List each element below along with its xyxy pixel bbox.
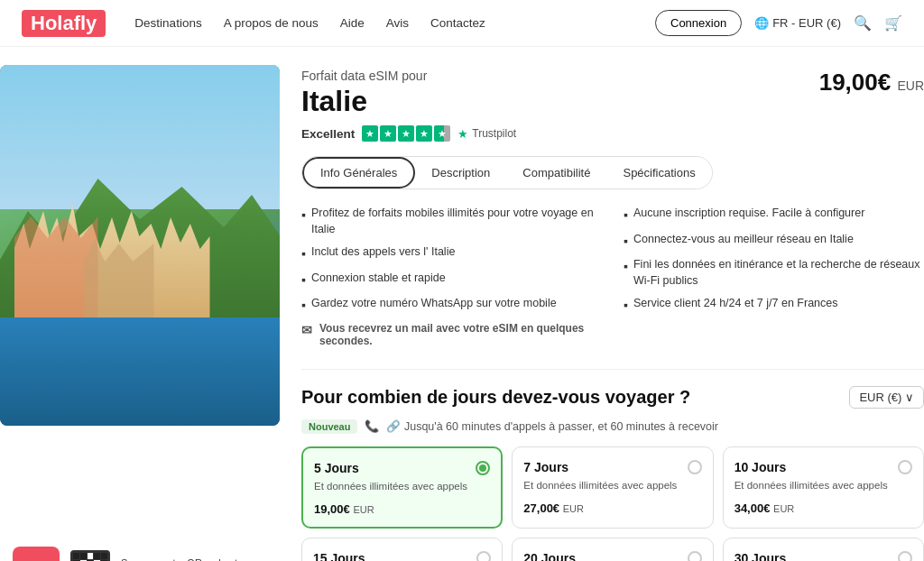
nav-right: Connexion 🌐 FR - EUR (€) 🔍 🛒 bbox=[655, 10, 902, 36]
bullet-icon-r0: ▪ bbox=[624, 207, 628, 225]
star-1: ★ bbox=[362, 125, 378, 142]
tab-info-generales[interactable]: Info Générales bbox=[302, 157, 415, 189]
product-title: Italie bbox=[301, 85, 427, 118]
feature-text-r3: Service client 24 h/24 et 7 j/7 en Franc… bbox=[633, 296, 838, 312]
duration-card-3[interactable]: 15 Jours Et données illimitées avec appe… bbox=[301, 538, 503, 561]
new-badge: Nouveau bbox=[301, 419, 357, 434]
tab-compatibilite[interactable]: Compatibilité bbox=[506, 157, 606, 189]
nav-link-avis[interactable]: Avis bbox=[386, 16, 409, 30]
bullet-icon-0: ▪ bbox=[301, 207, 306, 225]
duration-days-3: 15 Jours bbox=[313, 551, 365, 561]
feature-text-1: Inclut des appels vers l' Italie bbox=[311, 244, 455, 261]
nav-link-contactez[interactable]: Contactez bbox=[430, 16, 485, 30]
duration-price-value-0: 19,00€ bbox=[314, 502, 350, 516]
feature-right-3: ▪ Service client 24 h/24 et 7 j/7 en Fra… bbox=[624, 296, 924, 315]
product-info: Forfait data eSIM pour Italie 19,00€ EUR… bbox=[301, 65, 924, 561]
duration-desc-0: Et données illimitées avec appels bbox=[314, 479, 490, 493]
nav-logo[interactable]: Holafly bbox=[22, 10, 106, 37]
product-subtitle: Forfait data eSIM pour bbox=[301, 69, 427, 83]
feature-left-0: ▪ Profitez de forfaits mobiles illimités… bbox=[301, 206, 602, 237]
search-icon[interactable]: 🔍 bbox=[854, 14, 872, 32]
trustpilot-logo: ★ Trustpilot bbox=[457, 127, 516, 141]
nav-link-destinations[interactable]: Destinations bbox=[134, 16, 201, 30]
duration-price-1: 27,00€ EUR bbox=[523, 501, 701, 515]
sky-layer bbox=[0, 65, 280, 209]
bullet-icon-2: ▪ bbox=[301, 271, 306, 290]
esim-logo: H bbox=[13, 547, 60, 561]
duration-radio-1 bbox=[688, 460, 702, 474]
navbar: Holafly Destinations A propos de nous Ai… bbox=[0, 0, 924, 47]
duration-card-1[interactable]: 7 Jours Et données illimitées avec appel… bbox=[512, 446, 713, 529]
duration-price-currency-2: EUR bbox=[773, 503, 794, 514]
duration-card-5-header: 30 Jours bbox=[735, 551, 912, 561]
feature-left-2: ▪ Connexion stable et rapide bbox=[301, 271, 602, 290]
duration-card-4[interactable]: 20 Jours Et données illimitées avec appe… bbox=[512, 538, 713, 561]
duration-section: Pour combien de jours devez-vous voyager… bbox=[301, 369, 924, 561]
duration-card-0[interactable]: 5 Jours Et données illimitées avec appel… bbox=[301, 446, 503, 529]
duration-header: Pour combien de jours devez-vous voyager… bbox=[301, 386, 924, 409]
title-block: Forfait data eSIM pour Italie bbox=[301, 69, 427, 125]
star-4: ★ bbox=[416, 125, 432, 142]
duration-card-2-header: 10 Jours bbox=[735, 460, 912, 474]
call-notice-text: 🔗 Jusqu'à 60 minutes d'appels à passer, … bbox=[386, 419, 718, 433]
esim-card-text: Scannez votre QR code et connectez-vous … bbox=[121, 556, 267, 561]
phone-icon: 📞 bbox=[365, 419, 379, 433]
feature-right-2: ▪ Fini les données en itinérance et la r… bbox=[624, 257, 924, 289]
duration-card-2[interactable]: 10 Jours Et données illimitées avec appe… bbox=[723, 446, 924, 529]
features-right: ▪ Aucune inscription requise. Facile à c… bbox=[624, 206, 924, 353]
product-price: 19,00€ EUR bbox=[819, 69, 924, 97]
duration-card-5[interactable]: 30 Jours Et données illimitées avec appe… bbox=[723, 538, 924, 561]
feature-text-2: Connexion stable et rapide bbox=[311, 271, 446, 287]
duration-desc-1: Et données illimitées avec appels bbox=[523, 478, 701, 492]
esim-qr-code bbox=[70, 550, 110, 561]
duration-price-0: 19,00€ EUR bbox=[314, 502, 490, 516]
feature-right-0: ▪ Aucune inscription requise. Facile à c… bbox=[624, 206, 924, 225]
rating-label: Excellent bbox=[301, 127, 355, 141]
bullet-icon-3: ▪ bbox=[301, 297, 306, 315]
feature-text-3: Gardez votre numéro WhatsApp sur votre m… bbox=[311, 296, 557, 312]
email-icon: ✉ bbox=[301, 323, 312, 337]
price-currency: EUR bbox=[897, 78, 924, 93]
duration-days-0: 5 Jours bbox=[314, 461, 359, 475]
language-selector[interactable]: 🌐 FR - EUR (€) bbox=[754, 16, 841, 30]
feature-left-3: ▪ Gardez votre numéro WhatsApp sur votre… bbox=[301, 296, 602, 315]
duration-price-currency-0: EUR bbox=[353, 504, 374, 515]
duration-radio-3 bbox=[476, 551, 491, 561]
duration-card-1-header: 7 Jours bbox=[523, 460, 701, 474]
duration-grid: 5 Jours Et données illimitées avec appel… bbox=[301, 446, 924, 561]
duration-card-4-header: 20 Jours bbox=[523, 551, 701, 561]
duration-radio-2 bbox=[898, 460, 912, 474]
currency-selector[interactable]: EUR (€) ∨ bbox=[849, 386, 924, 409]
duration-price-value-1: 27,00€ bbox=[523, 501, 559, 515]
title-price-row: Forfait data eSIM pour Italie 19,00€ EUR bbox=[301, 69, 924, 125]
feature-right-1: ▪ Connectez-vous au meilleur réseau en I… bbox=[624, 232, 924, 251]
price-value: 19,00€ bbox=[819, 69, 892, 96]
duration-desc-2: Et données illimitées avec appels bbox=[735, 478, 912, 492]
duration-radio-4 bbox=[688, 551, 702, 561]
bullet-icon-1: ▪ bbox=[301, 245, 306, 263]
new-badge-row: Nouveau 📞 🔗 Jusqu'à 60 minutes d'appels … bbox=[301, 419, 924, 434]
nav-link-aide[interactable]: Aide bbox=[340, 16, 365, 30]
connexion-button[interactable]: Connexion bbox=[655, 10, 742, 36]
duration-card-0-header: 5 Jours bbox=[314, 461, 490, 475]
nav-link-apropos[interactable]: A propos de nous bbox=[224, 16, 319, 30]
email-notice-text: Vous recevrez un mail avec votre eSIM en… bbox=[319, 322, 602, 347]
feature-left-1: ▪ Inclut des appels vers l' Italie bbox=[301, 244, 602, 263]
duration-price-value-2: 34,00€ bbox=[735, 501, 771, 515]
email-notice: ✉ Vous recevrez un mail avec votre eSIM … bbox=[301, 322, 602, 347]
duration-days-4: 20 Jours bbox=[523, 551, 576, 561]
tab-description[interactable]: Description bbox=[415, 157, 506, 189]
sea-layer bbox=[0, 317, 280, 426]
features-grid: ▪ Profitez de forfaits mobiles illimités… bbox=[301, 206, 924, 353]
features-left: ▪ Profitez de forfaits mobiles illimités… bbox=[301, 206, 602, 353]
tab-specifications[interactable]: Spécifications bbox=[606, 157, 711, 189]
duration-card-3-header: 15 Jours bbox=[313, 551, 491, 561]
duration-radio-0 bbox=[476, 461, 490, 475]
lang-label: FR - EUR (€) bbox=[772, 16, 841, 30]
page-container: H Scannez votre QR code et connectez-vou… bbox=[0, 47, 924, 561]
duration-days-1: 7 Jours bbox=[523, 460, 568, 474]
cart-icon[interactable]: 🛒 bbox=[884, 14, 902, 32]
duration-price-currency-1: EUR bbox=[563, 503, 584, 514]
duration-title: Pour combien de jours devez-vous voyager… bbox=[301, 387, 690, 408]
product-image-panel: H Scannez votre QR code et connectez-vou… bbox=[0, 65, 280, 561]
